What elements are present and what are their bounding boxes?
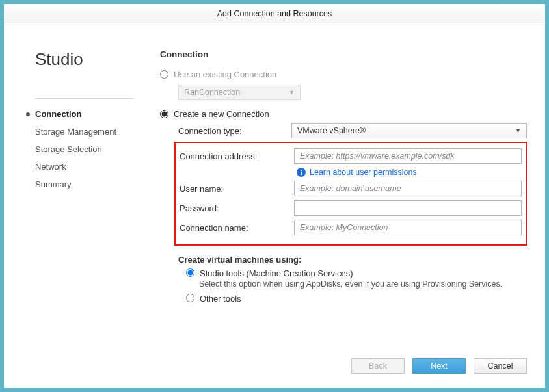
row-username: User name: bbox=[180, 181, 522, 196]
cancel-button[interactable]: Cancel bbox=[474, 358, 527, 374]
chevron-down-icon: ▼ bbox=[515, 127, 521, 134]
vm-option-studio[interactable]: Studio tools (Machine Creation Services) bbox=[186, 268, 527, 278]
username-label: User name: bbox=[180, 184, 294, 194]
chevron-down-icon: ▼ bbox=[289, 89, 295, 96]
row-password: Password: bbox=[180, 200, 522, 216]
info-icon: i bbox=[297, 168, 306, 177]
vm-option-other-label: Other tools bbox=[200, 294, 241, 304]
connection-type-dropdown[interactable]: VMware vSphere® ▼ bbox=[291, 123, 527, 138]
nav-storage-selection[interactable]: Storage Selection bbox=[35, 140, 134, 158]
permissions-link-row: i Learn about user permissions bbox=[297, 168, 522, 177]
button-bar: Back Next Cancel bbox=[351, 358, 527, 374]
connection-name-input[interactable] bbox=[294, 220, 522, 235]
sidebar-divider bbox=[35, 98, 134, 99]
vm-section: Create virtual machines using: Studio to… bbox=[178, 255, 527, 304]
app-title: Studio bbox=[35, 49, 134, 70]
learn-permissions-link[interactable]: Learn about user permissions bbox=[310, 168, 417, 177]
radio-new-input[interactable] bbox=[160, 110, 168, 118]
password-label: Password: bbox=[180, 203, 294, 213]
vm-option-other[interactable]: Other tools bbox=[186, 294, 527, 304]
row-connection-name: Connection name: bbox=[180, 220, 522, 235]
row-address: Connection address: bbox=[180, 148, 522, 164]
existing-connection-value: RanConnection bbox=[184, 88, 240, 97]
content-area: Studio Connection Storage Management Sto… bbox=[4, 23, 545, 388]
password-input[interactable] bbox=[294, 200, 522, 216]
sidebar: Studio Connection Storage Management Sto… bbox=[4, 23, 154, 388]
window-title: Add Connection and Resources bbox=[217, 9, 332, 18]
radio-new[interactable]: Create a new Connection bbox=[160, 109, 527, 119]
vm-option-studio-desc: Select this option when using AppDisks, … bbox=[199, 280, 527, 289]
username-input[interactable] bbox=[294, 181, 522, 196]
wizard-window: Add Connection and Resources Studio Conn… bbox=[0, 0, 549, 392]
vm-radio-studio[interactable] bbox=[186, 268, 194, 277]
vm-heading: Create virtual machines using: bbox=[178, 255, 527, 265]
row-type: Connection type: VMware vSphere® ▼ bbox=[178, 123, 527, 138]
title-bar: Add Connection and Resources bbox=[4, 4, 545, 23]
nav-summary[interactable]: Summary bbox=[35, 176, 134, 193]
existing-connection-dropdown: RanConnection ▼ bbox=[178, 85, 301, 100]
connection-address-input[interactable] bbox=[294, 148, 522, 164]
address-label: Connection address: bbox=[180, 151, 294, 161]
main-panel: Connection Use an existing Connection Ra… bbox=[154, 23, 545, 388]
highlighted-fields: Connection address: i Learn about user p… bbox=[174, 142, 527, 246]
back-button: Back bbox=[351, 358, 405, 374]
next-button[interactable]: Next bbox=[412, 358, 466, 374]
new-connection-form: Connection type: VMware vSphere® ▼ bbox=[178, 123, 527, 138]
nav-connection[interactable]: Connection bbox=[35, 105, 134, 123]
radio-existing-input[interactable] bbox=[160, 70, 168, 79]
radio-new-label: Create a new Connection bbox=[174, 109, 269, 119]
vm-radio-other[interactable] bbox=[186, 294, 194, 302]
radio-existing-label: Use an existing Connection bbox=[174, 70, 276, 79]
nav-storage-management[interactable]: Storage Management bbox=[35, 123, 134, 140]
section-heading: Connection bbox=[160, 49, 527, 59]
vm-option-studio-label: Studio tools (Machine Creation Services) bbox=[200, 268, 353, 278]
connection-name-label: Connection name: bbox=[180, 223, 294, 233]
type-label: Connection type: bbox=[178, 126, 291, 136]
radio-existing[interactable]: Use an existing Connection bbox=[160, 70, 527, 79]
connection-type-value: VMware vSphere® bbox=[297, 126, 366, 135]
nav-network[interactable]: Network bbox=[35, 158, 134, 176]
